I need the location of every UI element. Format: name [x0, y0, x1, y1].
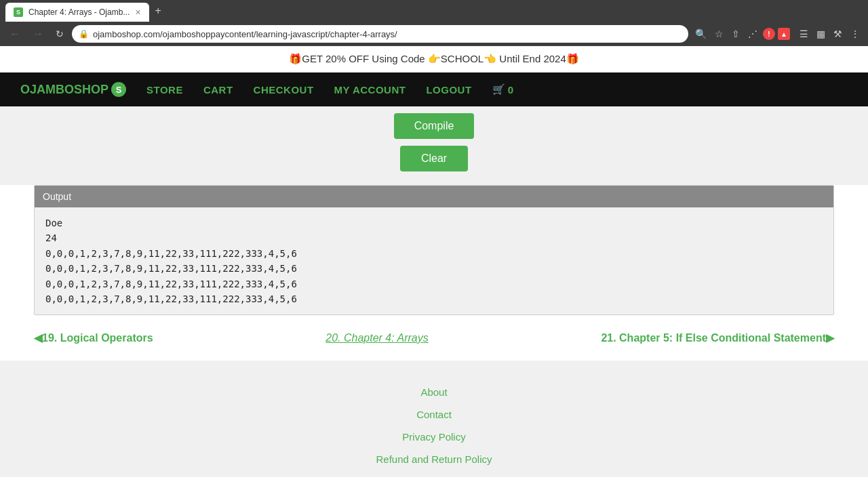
toolbar-icons: 🔍 ☆ ⇧ ⋰ ! ▲: [692, 26, 790, 42]
footer-link-contact[interactable]: Contact: [0, 403, 868, 426]
extensions-button[interactable]: ⚒: [831, 26, 845, 42]
nav-store-link[interactable]: STORE: [146, 84, 183, 96]
output-body: Doe 24 0,0,0,1,2,3,7,8,9,11,22,33,111,22…: [35, 207, 833, 314]
output-line-3: 0,0,0,1,2,3,7,8,9,11,22,33,111,222,333,4…: [45, 246, 823, 261]
new-tab-button[interactable]: +: [149, 5, 166, 17]
sidebar-toggle[interactable]: ☰: [797, 26, 811, 42]
tab-title: Chapter 4: Arrays - Ojamb...: [28, 7, 130, 17]
site-footer: About Contact Privacy Policy Refund and …: [0, 361, 868, 477]
sidebar-icons: ☰ ▦ ⚒ ⋮: [797, 26, 863, 42]
footer-link-privacy[interactable]: Privacy Policy: [0, 426, 868, 448]
share-button[interactable]: ⇧: [729, 26, 743, 42]
search-button[interactable]: 🔍: [692, 26, 709, 42]
tab-bar: S Chapter 4: Arrays - Ojamb... ✕ +: [0, 0, 868, 22]
clear-button[interactable]: Clear: [400, 146, 468, 171]
nav-logo-text: OJAMBOSHOP: [20, 83, 108, 97]
refresh-button[interactable]: ↻: [52, 26, 68, 42]
output-header: Output: [35, 186, 833, 207]
nav-logo[interactable]: OJAMBOSHOP S: [20, 82, 126, 97]
nav-cart-icon-area[interactable]: 🛒 0: [492, 83, 513, 96]
compile-button[interactable]: Compile: [394, 113, 475, 139]
tab-favicon: S: [14, 7, 23, 17]
secure-icon: 🔒: [79, 29, 89, 39]
main-content: Compile Clear Output Doe 24 0,0,0,1,2,3,…: [0, 106, 868, 361]
menu-button[interactable]: ⋮: [848, 26, 863, 42]
current-page-link[interactable]: 20. Chapter 4: Arrays: [326, 332, 428, 344]
output-section: Output Doe 24 0,0,0,1,2,3,7,8,9,11,22,33…: [34, 185, 834, 315]
browser-chrome: S Chapter 4: Arrays - Ojamb... ✕ + ← → ↻…: [0, 0, 868, 46]
output-line-1: Doe: [45, 216, 823, 230]
back-button[interactable]: ←: [5, 25, 24, 43]
promo-text: 🎁GET 20% OFF Using Code 👉SCHOOL👈 Until E…: [289, 53, 579, 64]
footer-link-refund[interactable]: Refund and Return Policy: [0, 448, 868, 470]
bookmark-button[interactable]: ☆: [712, 26, 726, 42]
address-bar[interactable]: [93, 29, 682, 39]
tab-close-button[interactable]: ✕: [135, 8, 141, 17]
buttons-area: Compile Clear: [0, 106, 868, 185]
address-bar-container: 🔒: [72, 25, 688, 43]
extension-icon-1[interactable]: !: [763, 28, 775, 40]
forward-button[interactable]: →: [28, 25, 47, 43]
nav-logo-s: S: [111, 82, 126, 97]
output-line-4: 0,0,0,1,2,3,7,8,9,11,22,33,111,222,333,4…: [45, 261, 823, 276]
cart-count: 0: [508, 84, 513, 96]
promo-banner: 🎁GET 20% OFF Using Code 👉SCHOOL👈 Until E…: [0, 46, 868, 73]
site-nav: OJAMBOSHOP S STORE CART CHECKOUT MY ACCO…: [0, 73, 868, 106]
rss-button[interactable]: ⋰: [745, 26, 760, 42]
nav-logout-link[interactable]: LOGOUT: [426, 84, 471, 96]
site-content: 🎁GET 20% OFF Using Code 👉SCHOOL👈 Until E…: [0, 46, 868, 477]
next-page-link[interactable]: 21. Chapter 5: If Else Conditional State…: [601, 331, 834, 344]
browser-toolbar: ← → ↻ 🔒 🔍 ☆ ⇧ ⋰ ! ▲ ☰ ▦ ⚒ ⋮: [0, 22, 868, 46]
split-view[interactable]: ▦: [814, 26, 828, 42]
prev-page-link[interactable]: ◀19. Logical Operators: [34, 331, 153, 344]
active-tab[interactable]: S Chapter 4: Arrays - Ojamb... ✕: [5, 3, 149, 22]
cart-icon: 🛒: [492, 83, 505, 96]
footer-link-about[interactable]: About: [0, 381, 868, 403]
output-line-6: 0,0,0,1,2,3,7,8,9,11,22,33,111,222,333,4…: [45, 291, 823, 306]
output-line-2: 24: [45, 230, 823, 245]
nav-cart-link[interactable]: CART: [203, 84, 233, 96]
extension-icon-2[interactable]: ▲: [778, 28, 790, 40]
nav-myaccount-link[interactable]: MY ACCOUNT: [334, 84, 406, 96]
output-line-5: 0,0,0,1,2,3,7,8,9,11,22,33,111,222,333,4…: [45, 277, 823, 291]
page-navigation: ◀19. Logical Operators 20. Chapter 4: Ar…: [0, 315, 868, 361]
nav-checkout-link[interactable]: CHECKOUT: [254, 84, 314, 96]
